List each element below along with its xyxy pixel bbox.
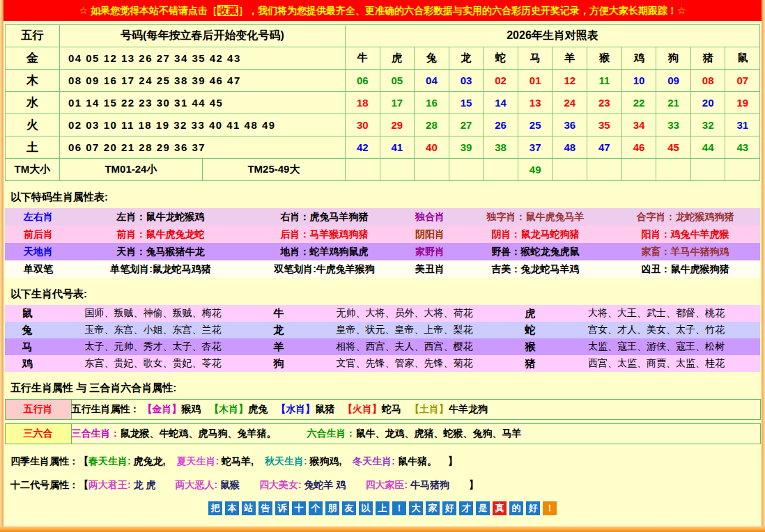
element-label: 木 — [5, 70, 59, 92]
zodiac-name: 兔 — [5, 322, 49, 338]
zodiac-attribute-table: 左右肖 左肖：鼠牛龙蛇猴鸡 右肖：虎兔马羊狗猪 独合肖 独字肖：鼠牛虎兔马羊 合… — [5, 208, 760, 278]
element-row-water: 水 01 14 15 22 23 30 31 44 45 18 17 16 15… — [5, 92, 759, 114]
zodiac-number-cell: 07 — [725, 70, 760, 92]
tm-zodiac-cell — [345, 159, 380, 181]
zodiac-header-cell: 蛇 — [484, 47, 518, 70]
zodiac-number-cell: 31 — [725, 114, 760, 136]
codes-section-title: 以下生肖代号表: — [10, 288, 762, 301]
zodiac-header-cell: 虎 — [380, 47, 415, 70]
attr-value: 右肖：虎兔马羊狗猪 — [249, 208, 399, 226]
zodiac-number-cell: 29 — [380, 114, 415, 136]
zodiac-number-cell: 27 — [449, 114, 484, 136]
zodiac-number-cell: 19 — [725, 92, 760, 114]
zodiac-name: 猪 — [508, 355, 552, 372]
attr-value: 地肖：蛇羊鸡狗鼠虎 — [249, 243, 399, 260]
footer-char-box: 诉 — [275, 501, 289, 515]
zodiac-codes: 文官、先锋、管家、先锋、菊花 — [301, 355, 508, 372]
tm-big-range: TM25-49大 — [202, 159, 345, 181]
twelve-codes-line: 十二代号属性：【两大君王: 龙 虎两大恶人: 鼠猴四大美女: 兔蛇羊 鸡四大家臣… — [10, 479, 762, 492]
footer-char-box: 才 — [459, 501, 473, 515]
zodiac-header-cell: 狗 — [656, 47, 691, 70]
zodiac-codes: 东宫、贵妃、歌女、贵妃、苓花 — [49, 355, 256, 372]
attr-label: 独合肖 — [399, 208, 461, 226]
zodiac-number-cell: 45 — [656, 136, 691, 159]
zodiac-header-cell: 牛 — [345, 47, 380, 70]
tm-size-row: TM大小 TM01-24小 TM25-49大 49 — [5, 159, 759, 181]
zodiac-number-cell: 10 — [621, 70, 656, 92]
winter-label: 冬天生肖: — [353, 455, 398, 467]
zodiac-name: 牛 — [256, 305, 301, 322]
attr-value: 阳肖：鸡兔牛羊虎猴 — [610, 226, 760, 243]
codes-row: 兔 玉帝、东宫、小姐、东宫、兰花 龙 皇帝、状元、皇帝、上帝、梨花 蛇 宫女、才… — [5, 322, 760, 338]
sanliu-property-row: 三六合 三合生肖：鼠龙猴、牛蛇鸡、虎马狗、兔羊猪。 六合生肖：鼠牛、龙鸡、虎猪、… — [5, 424, 760, 444]
zodiac-codes: 无帅、大将、员外、大将、荷花 — [301, 305, 508, 322]
tm-zodiac-cell — [449, 159, 484, 181]
favorite-link[interactable]: 收藏 — [217, 5, 238, 16]
codes-row: 鸡 东宫、贵妃、歌女、贵妃、苓花 狗 文官、先锋、管家、先锋、菊花 猪 西宫、太… — [5, 355, 760, 372]
zodiac-codes: 玉帝、东宫、小姐、东宫、兰花 — [49, 322, 256, 338]
tag-fire-value: 蛇马 — [382, 403, 401, 414]
spring-label: 春天生肖: — [88, 455, 134, 467]
zodiac-header-cell: 龙 — [449, 47, 484, 70]
footer-char-box: 个 — [309, 501, 323, 515]
element-numbers: 08 09 16 17 24 25 38 39 46 47 — [59, 70, 345, 92]
table-header-row: 五行 号码(每年按立春后开始变化号码) 2026年生肖对照表 — [5, 25, 759, 47]
banner-text-pre: ☆ 如果您觉得本站不错请点击［ — [79, 5, 217, 16]
zodiac-number-cell: 18 — [345, 92, 380, 114]
seasons-suffix: 】 — [448, 455, 458, 467]
zodiac-number-cell: 22 — [621, 92, 656, 114]
footer-char-box: 好 — [526, 501, 540, 515]
element-label: 土 — [5, 136, 59, 159]
tag-wood: 【木肖】 — [209, 403, 248, 414]
attr-row-left-right: 左右肖 左肖：鼠牛龙蛇猴鸡 右肖：虎兔马羊狗猪 独合肖 独字肖：鼠牛虎兔马羊 合… — [5, 208, 760, 226]
sanliu-row-label: 三六合 — [5, 424, 71, 444]
zodiac-number-cell: 40 — [415, 136, 449, 159]
winter-value: 鼠牛猪。 — [398, 455, 437, 467]
element-label: 水 — [5, 92, 59, 114]
tm-zodiac-cell — [587, 159, 622, 181]
footer-char-box: 告 — [258, 501, 272, 515]
footer-char-box: ！ — [543, 501, 557, 515]
tag-gold: 【金肖】 — [142, 403, 181, 414]
tag-earth: 【土肖】 — [410, 403, 449, 414]
zodiac-number-cell: 06 — [345, 70, 380, 92]
zodiac-number-cell: 43 — [725, 136, 760, 159]
left-border-decoration — [0, 0, 3, 532]
spring-value: 虎兔龙, — [134, 455, 166, 467]
liuhe-label: 六合生肖： — [307, 428, 355, 439]
zodiac-name: 羊 — [256, 338, 301, 355]
tm-zodiac-cell — [484, 159, 518, 181]
zodiac-number-cell: 01 — [518, 70, 552, 92]
tm-zodiac-cell-49: 49 — [518, 159, 552, 181]
zodiac-number-cell: 11 — [587, 70, 622, 92]
footer-char-box: 站 — [242, 501, 256, 515]
autumn-value: 猴狗鸡, — [309, 455, 341, 467]
tm-zodiac-cell — [380, 159, 415, 181]
attr-label: 美丑肖 — [399, 260, 461, 278]
zodiac-number-cell: 12 — [552, 70, 587, 92]
element-numbers: 04 05 12 13 26 27 34 35 42 43 — [59, 47, 345, 70]
element-numbers: 06 07 20 21 28 29 36 37 — [59, 136, 345, 159]
attr-value: 单笔划肖:鼠龙蛇马鸡猪 — [72, 260, 249, 278]
attr-value: 天肖：兔马猴猪牛龙 — [72, 243, 249, 260]
seasons-prefix: 四季生肖属性：【 — [10, 455, 88, 467]
top-marquee-banner: ☆ 如果您觉得本站不错请点击［收藏］，我们将为您提供最齐全、更准确的六合彩数据与… — [3, 0, 762, 21]
footer-char-box: ！ — [392, 501, 406, 515]
zodiac-codes: 国师、叛贼、神偷、叛贼、梅花 — [49, 305, 256, 322]
tm-label: TM大小 — [5, 159, 59, 181]
zodiac-number-cell: 17 — [380, 92, 415, 114]
zodiac-number-cell: 42 — [345, 136, 380, 159]
retainers-value: 牛马猪狗 — [410, 479, 449, 490]
zodiac-number-cell: 03 — [449, 70, 484, 92]
zodiac-number-cell: 44 — [690, 136, 725, 159]
tm-small-range: TM01-24小 — [59, 159, 202, 181]
attr-label: 单双笔 — [5, 260, 72, 278]
element-numbers: 02 03 10 11 18 19 32 33 40 41 48 49 — [59, 114, 345, 136]
footer-char-box: 的 — [509, 501, 523, 515]
element-label: 火 — [5, 114, 59, 136]
zodiac-number-cell: 41 — [380, 136, 415, 159]
villains-label: 两大恶人: — [175, 479, 220, 490]
zodiac-codes: 西宫、太监、商贾、太监、桂花 — [552, 355, 760, 372]
tag-water-value: 鼠猪 — [315, 403, 334, 414]
footer-char-box: 以 — [359, 501, 373, 515]
